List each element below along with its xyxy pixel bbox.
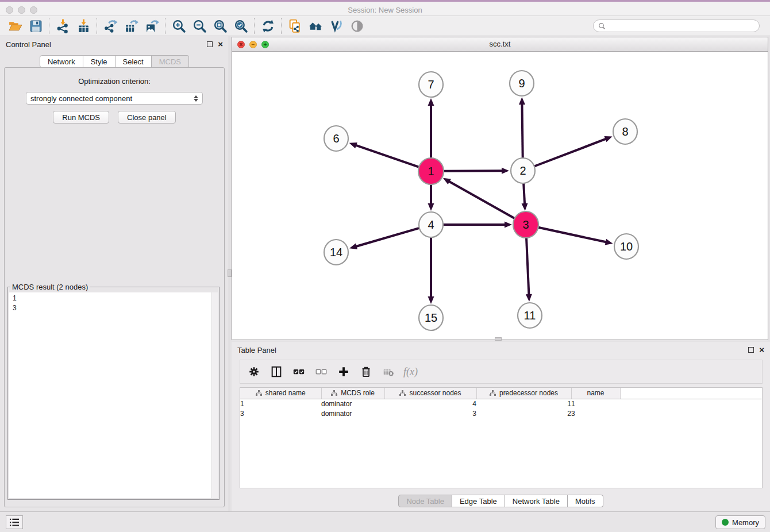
graph-edge[interactable] <box>443 171 503 171</box>
column-header[interactable]: name <box>571 388 620 399</box>
export-table-icon[interactable] <box>121 17 141 34</box>
graph-node-label: 4 <box>428 218 434 231</box>
zoom-selected-icon[interactable] <box>230 17 251 34</box>
column-header[interactable]: shared name <box>240 388 321 399</box>
graph-node-label: 9 <box>518 77 525 90</box>
table-cell[interactable]: 4 <box>384 399 476 408</box>
panel-splitter-handle[interactable] <box>228 269 232 277</box>
tab-network-table[interactable]: Network Table <box>505 495 568 507</box>
close-panel-icon[interactable]: × <box>218 41 223 47</box>
canvas-splitter-handle[interactable] <box>495 337 502 341</box>
show-panels-list-button[interactable] <box>6 515 23 529</box>
graph-edge-arrow <box>526 294 532 302</box>
select-all-icon[interactable] <box>291 364 306 379</box>
unselect-all-icon[interactable] <box>314 364 329 379</box>
graph-edge[interactable] <box>538 227 607 242</box>
graph-edge[interactable] <box>355 145 419 167</box>
show-columns-icon[interactable] <box>269 364 284 379</box>
export-image-icon[interactable] <box>141 17 162 34</box>
tab-mcds[interactable]: MCDS <box>152 55 189 68</box>
graph-edge[interactable] <box>448 181 515 219</box>
refresh-icon[interactable] <box>257 17 278 34</box>
open-folder-icon[interactable] <box>5 17 25 34</box>
graph-node-label: 10 <box>620 240 633 253</box>
graph-edge[interactable] <box>523 183 525 205</box>
save-icon[interactable] <box>25 17 46 34</box>
table-cell[interactable]: 3 <box>384 408 476 418</box>
graph-edge[interactable] <box>534 138 607 166</box>
table-panel-header: Table Panel × <box>232 342 770 358</box>
mcds-result-area[interactable]: 1 3 <box>9 292 218 498</box>
mcds-result-box: MCDS result (2 nodes) 1 3 <box>7 283 220 500</box>
show-hide-graphics-icon[interactable] <box>346 17 367 34</box>
table-settings-gear-icon[interactable] <box>247 364 261 379</box>
graph-node-label: 15 <box>425 311 437 324</box>
graph-node-label: 2 <box>519 164 526 177</box>
table-cell[interactable]: 3 <box>240 408 321 418</box>
network-canvas[interactable]: 7968124314101511 <box>232 52 768 340</box>
clone-network-icon[interactable] <box>284 17 305 34</box>
graph-edge-arrow <box>428 296 434 304</box>
result-line: 3 <box>13 303 214 313</box>
table-header-row: shared name MCDS role successor nodes pr… <box>240 388 762 399</box>
criterion-dropdown[interactable]: strongly connected component <box>26 92 203 105</box>
zoom-out-icon[interactable] <box>189 17 210 34</box>
column-header[interactable]: successor nodes <box>384 388 476 399</box>
toolbar-separator <box>97 18 97 34</box>
graph-node-label: 1 <box>428 165 434 178</box>
import-network-icon[interactable] <box>52 17 73 34</box>
table-tabs: Node Table Edge Table Network Table Moti… <box>232 495 770 507</box>
graph-edge-arrow <box>604 136 612 142</box>
float-table-panel-icon[interactable] <box>748 347 754 353</box>
run-mcds-button[interactable]: Run MCDS <box>53 111 109 124</box>
add-column-icon[interactable] <box>336 364 351 379</box>
table-cell[interactable]: 1 <box>240 399 321 408</box>
delete-column-icon[interactable] <box>359 364 374 379</box>
vizmap-icon[interactable] <box>326 17 346 34</box>
row-filler <box>620 408 762 418</box>
toolbar-separator <box>254 18 255 34</box>
control-panel-title: Control Panel <box>6 40 51 49</box>
search-input[interactable] <box>609 21 754 30</box>
table-cell[interactable]: 1 <box>476 399 571 408</box>
tab-style[interactable]: Style <box>83 55 116 68</box>
table-cell[interactable]: 1 <box>571 399 620 408</box>
tab-motifs[interactable]: Motifs <box>568 495 603 507</box>
tab-network[interactable]: Network <box>40 55 83 68</box>
tab-select[interactable]: Select <box>116 55 152 68</box>
search-box[interactable] <box>593 20 760 32</box>
network-window-titlebar[interactable]: × − + scc.txt <box>232 37 768 52</box>
node-table: shared name MCDS role successor nodes pr… <box>240 387 763 488</box>
import-table-icon[interactable] <box>73 17 94 34</box>
table-cell[interactable]: dominator <box>321 399 384 408</box>
zoom-in-icon[interactable] <box>168 17 189 34</box>
float-panel-icon[interactable] <box>207 41 213 47</box>
graph-node-label: 8 <box>622 125 628 138</box>
column-header[interactable]: predecessor nodes <box>476 388 571 399</box>
tab-edge-table[interactable]: Edge Table <box>452 495 505 507</box>
toolbar-separator <box>49 18 49 34</box>
table-cell[interactable]: 3 <box>571 408 620 418</box>
close-panel-button[interactable]: Close panel <box>118 111 176 124</box>
network-view-window: × − + scc.txt 7968124314101511 <box>232 37 768 340</box>
graph-edge[interactable] <box>356 228 419 246</box>
table-cell[interactable]: dominator <box>321 408 384 418</box>
export-network-icon[interactable] <box>100 17 121 34</box>
graph-edge[interactable] <box>522 103 522 159</box>
table-row[interactable]: 3dominator323 <box>240 408 762 418</box>
table-row[interactable]: 1dominator411 <box>240 399 762 408</box>
network-graph[interactable]: 7968124314101511 <box>232 52 768 340</box>
result-scrollbar[interactable] <box>211 292 218 498</box>
memory-status-icon <box>722 519 729 526</box>
memory-button[interactable]: Memory <box>715 515 765 529</box>
table-cell[interactable]: 2 <box>476 408 571 418</box>
graph-edge-arrow <box>349 243 357 249</box>
column-header[interactable]: MCDS role <box>321 388 384 399</box>
home-icon[interactable] <box>305 17 326 34</box>
graph-edge-arrow <box>522 203 528 211</box>
tree-icon <box>399 390 406 396</box>
graph-edge[interactable] <box>526 237 529 295</box>
zoom-fit-icon[interactable] <box>210 17 230 34</box>
tab-node-table[interactable]: Node Table <box>398 495 452 507</box>
close-table-panel-icon[interactable]: × <box>759 347 764 353</box>
